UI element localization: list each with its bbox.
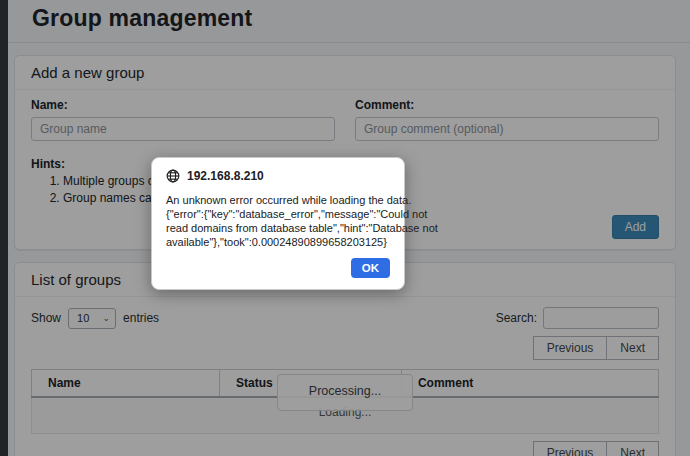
- alert-message-line: {"error":{"key":"database_error","messag…: [166, 207, 390, 221]
- browser-alert-dialog: 192.168.8.210 An unknown error occurred …: [151, 157, 405, 290]
- alert-message-line: available"},"took":0.0002489089965820312…: [166, 235, 390, 249]
- alert-message: An unknown error occurred while loading …: [166, 193, 390, 249]
- alert-message-line: An unknown error occurred while loading …: [166, 193, 390, 207]
- alert-origin: 192.168.8.210: [187, 169, 264, 183]
- ok-button[interactable]: OK: [351, 258, 390, 278]
- globe-icon: [166, 169, 180, 183]
- alert-message-line: read domains from database table","hint"…: [166, 221, 390, 235]
